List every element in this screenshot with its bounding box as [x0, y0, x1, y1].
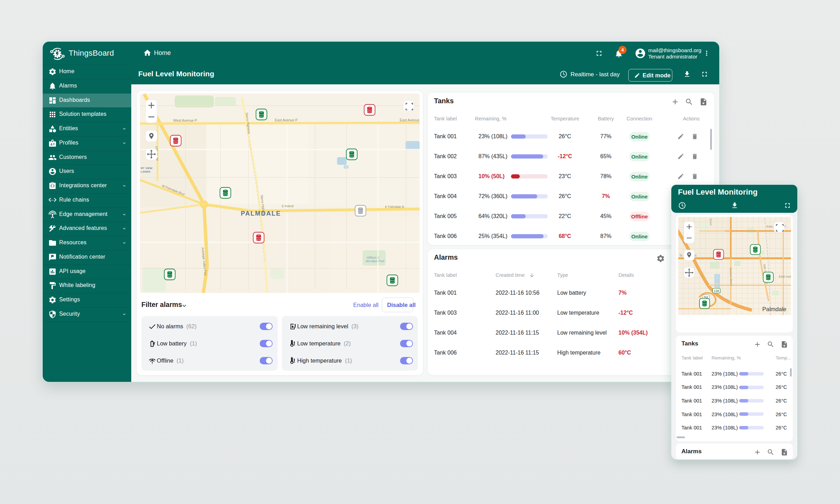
svg-text:East Avenue P: East Avenue P — [275, 118, 298, 122]
svg-text:McAdam Pool: McAdam Pool — [366, 259, 384, 263]
svg-text:Te: Te — [679, 254, 682, 257]
svg-text:East Avenu: East Avenu — [779, 275, 791, 278]
svg-text:E Palmd: E Palmd — [282, 204, 294, 208]
svg-text:138: 138 — [714, 289, 719, 293]
svg-text:Street: Street — [709, 218, 713, 226]
svg-text:LANDS: LANDS — [141, 170, 150, 173]
svg-text:West Avenue P: West Avenue P — [173, 119, 197, 122]
svg-text:RT VIEW: RT VIEW — [141, 167, 153, 170]
svg-text:Palmdale: Palmdale — [762, 306, 786, 312]
svg-text:William J.: William J. — [367, 256, 379, 259]
svg-text:East Avenue P: East Avenue P — [400, 118, 420, 122]
svg-text:Division Street: Division Street — [729, 268, 733, 286]
svg-text:E Palmdale B: E Palmdale B — [385, 205, 404, 209]
svg-text:PALMDALE: PALMDALE — [241, 210, 281, 217]
